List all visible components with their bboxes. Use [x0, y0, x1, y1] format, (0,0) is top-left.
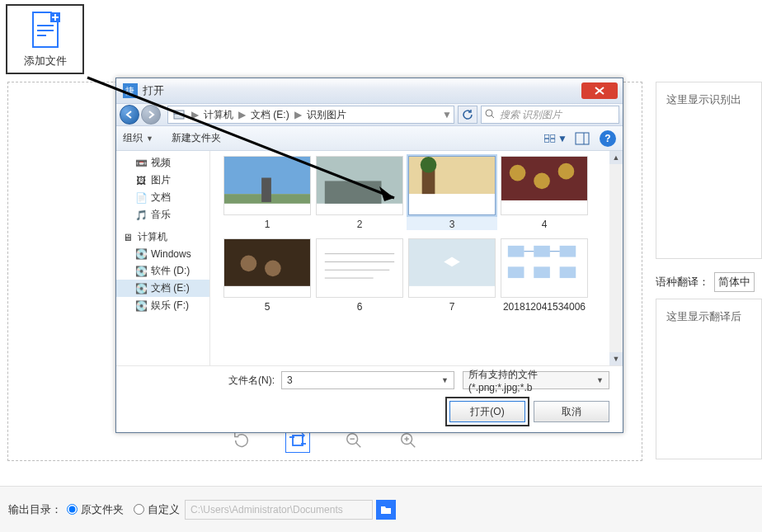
close-icon	[595, 87, 604, 95]
open-button[interactable]: 打开(O)	[449, 401, 525, 422]
arrow-right-icon	[146, 110, 156, 120]
file-item[interactable]: 201812041534006	[499, 238, 590, 313]
crumb-item[interactable]: 计算机	[200, 108, 237, 122]
document-icon: 📄	[134, 191, 148, 205]
svg-rect-26	[545, 134, 549, 138]
arrow-left-icon	[125, 110, 134, 120]
output-path-input[interactable]: C:\Users\Administrator\Documents	[185, 500, 373, 520]
drive-icon: 💽	[134, 282, 148, 295]
file-item[interactable]: 1	[222, 156, 313, 230]
svg-rect-22	[174, 114, 184, 119]
organize-menu[interactable]: 组织▼	[123, 131, 153, 145]
output-original-radio[interactable]: 原文件夹	[62, 502, 124, 517]
crumb-item[interactable]: 识别图片	[303, 108, 350, 122]
chevron-down-icon[interactable]: ▼	[441, 376, 449, 384]
svg-point-44	[510, 165, 526, 181]
scroll-down-icon[interactable]: ▼	[609, 352, 623, 365]
back-button[interactable]	[120, 105, 139, 125]
new-folder-button[interactable]: 新建文件夹	[172, 131, 221, 145]
svg-rect-34	[224, 204, 310, 215]
sidebar-item-documents[interactable]: 📄文档	[116, 189, 209, 206]
sidebar-item-drive[interactable]: 💽软件 (D:)	[116, 262, 209, 280]
preview-pane-button[interactable]	[570, 130, 595, 147]
scroll-up-icon[interactable]: ▲	[609, 151, 623, 164]
file-item[interactable]: 4	[499, 156, 590, 230]
sidebar-item-pictures[interactable]: 🖼图片	[116, 172, 209, 189]
video-icon: 📼	[134, 157, 148, 170]
chevron-right-icon: ▶	[293, 109, 303, 120]
output-custom-radio[interactable]: 自定义	[129, 502, 180, 517]
folder-icon	[380, 505, 392, 515]
thumbnail-icon	[501, 238, 588, 298]
translate-row: 语种翻译： 简体中	[656, 271, 762, 294]
sidebar-item-drive[interactable]: 💽Windows	[116, 246, 209, 262]
search-icon	[485, 109, 496, 120]
svg-rect-30	[576, 133, 589, 144]
file-item[interactable]: 6	[314, 238, 405, 313]
search-input[interactable]: 搜索 识别图片	[481, 106, 619, 124]
computer-icon: 🖥	[121, 231, 134, 244]
filetype-select[interactable]: 所有支持的文件(*.png;*.jpg;*.b▼	[463, 371, 609, 389]
svg-rect-61	[534, 246, 550, 257]
sidebar-item-drive[interactable]: 💽文档 (E:)	[116, 280, 209, 297]
output-bar: 输出目录： 原文件夹 自定义 C:\Users\Administrator\Do…	[0, 486, 762, 532]
breadcrumb[interactable]: ▶ 计算机 ▶ 文档 (E:) ▶ 识别图片 ▼	[167, 106, 454, 124]
file-open-dialog: 捷 打开 ▶ 计算机 ▶ 文档 (E:) ▶ 识别图片 ▼ 搜索 识别图片 组织…	[115, 78, 623, 433]
translate-placeholder-text: 这里显示翻译后	[666, 310, 741, 322]
file-item[interactable]: 7	[407, 238, 497, 313]
output-label: 输出目录：	[8, 502, 62, 517]
sidebar-item-music[interactable]: 🎵音乐	[116, 206, 209, 224]
picture-icon: 🖼	[134, 174, 148, 187]
sidebar-item-computer[interactable]: 🖥计算机	[116, 228, 209, 246]
sidebar-item-drive[interactable]: 💽娱乐 (F:)	[116, 297, 209, 314]
help-button[interactable]: ?	[600, 130, 616, 147]
cancel-button[interactable]: 取消	[534, 401, 609, 422]
thumbnail-icon	[408, 238, 496, 298]
forward-button[interactable]	[141, 105, 161, 125]
translate-lang-select[interactable]: 简体中	[714, 272, 755, 292]
chevron-down-icon[interactable]: ▼	[440, 109, 454, 120]
svg-rect-28	[545, 139, 549, 142]
drive-icon	[172, 107, 186, 122]
filename-label: 文件名(N):	[228, 374, 275, 388]
music-icon: 🎵	[134, 209, 148, 222]
close-button[interactable]	[581, 82, 618, 99]
translate-label: 语种翻译：	[656, 275, 709, 290]
refresh-icon	[462, 109, 473, 120]
drive-icon: 💽	[134, 299, 148, 313]
search-placeholder: 搜索 识别图片	[500, 108, 562, 122]
crumb-item[interactable]: 文档 (E:)	[247, 108, 293, 122]
svg-point-46	[558, 163, 575, 180]
dialog-toolbar: 组织▼ 新建文件夹 ▼ ?	[116, 126, 623, 151]
svg-rect-35	[261, 178, 271, 202]
file-item[interactable]: 5	[222, 238, 313, 313]
translate-result-panel: 这里显示翻译后	[656, 299, 762, 459]
chevron-right-icon: ▶	[190, 109, 200, 120]
browse-folder-button[interactable]	[376, 500, 396, 520]
filename-input[interactable]: 3▼	[281, 371, 454, 389]
document-add-icon	[30, 11, 61, 49]
svg-point-49	[241, 256, 257, 272]
svg-rect-23	[174, 111, 184, 114]
file-item[interactable]: 2	[314, 156, 405, 230]
file-item[interactable]: 3	[407, 156, 497, 230]
sidebar-item-video[interactable]: 📼视频	[116, 154, 209, 172]
thumbnail-icon	[223, 156, 311, 215]
dialog-titlebar[interactable]: 捷 打开	[116, 78, 623, 103]
svg-text:捷: 捷	[125, 86, 134, 96]
thumbnail-icon	[501, 156, 588, 215]
thumbnail-icon	[316, 238, 403, 298]
view-mode-button[interactable]: ▼	[543, 130, 568, 147]
refresh-button[interactable]	[458, 106, 477, 124]
svg-rect-38	[325, 181, 382, 203]
app-icon: 捷	[123, 83, 138, 98]
file-grid: 1 2 3 4 5 6 7 201812041534006	[210, 151, 609, 365]
preview-pane-icon	[575, 132, 590, 145]
add-file-button[interactable]: 添加文件	[6, 4, 84, 74]
svg-point-45	[534, 173, 550, 190]
ocr-placeholder-text: 这里显示识别出	[666, 93, 741, 106]
svg-rect-27	[551, 134, 555, 138]
scrollbar[interactable]: ▲ ▼	[609, 151, 623, 365]
svg-rect-40	[409, 194, 495, 215]
chevron-down-icon: ▼	[596, 376, 604, 384]
